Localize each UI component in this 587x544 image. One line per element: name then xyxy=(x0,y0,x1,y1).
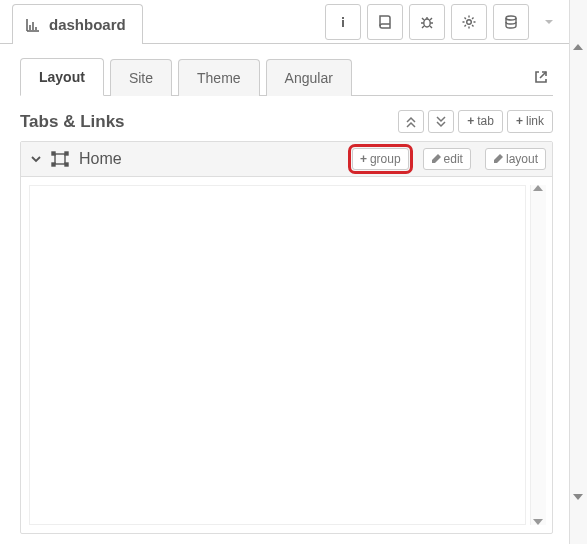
debug-button[interactable] xyxy=(409,4,445,40)
chevrons-up-icon xyxy=(406,116,416,128)
svg-rect-13 xyxy=(52,163,55,166)
tab-label: Site xyxy=(129,70,153,86)
open-external-button[interactable] xyxy=(529,59,553,95)
svg-point-8 xyxy=(467,19,472,24)
layout-label: layout xyxy=(506,152,538,166)
info-icon xyxy=(335,14,351,30)
add-tab-label: tab xyxy=(477,114,494,129)
chevrons-down-icon xyxy=(436,116,446,128)
data-button[interactable] xyxy=(493,4,529,40)
tab-site[interactable]: Site xyxy=(110,59,172,96)
section-title: Tabs & Links xyxy=(20,112,398,132)
home-panel: Home + group edit layout xyxy=(20,141,553,534)
bug-icon xyxy=(419,14,435,30)
cog-icon xyxy=(461,14,477,30)
add-link-button[interactable]: + link xyxy=(507,110,553,133)
tab-label: Angular xyxy=(285,70,333,86)
more-dropdown[interactable] xyxy=(535,4,563,40)
tab-label: Theme xyxy=(197,70,241,86)
svg-rect-5 xyxy=(342,17,344,19)
svg-point-9 xyxy=(506,16,516,20)
title-pill: dashboard xyxy=(12,4,143,44)
top-toolbar xyxy=(325,0,569,43)
home-name: Home xyxy=(79,150,122,168)
database-icon xyxy=(503,14,519,30)
panel-scrollbar[interactable] xyxy=(530,185,546,525)
external-link-icon xyxy=(533,69,549,85)
tab-angular[interactable]: Angular xyxy=(266,59,352,96)
edit-label: edit xyxy=(444,152,463,166)
top-bar: dashboard xyxy=(0,0,569,44)
edit-button[interactable]: edit xyxy=(423,148,471,170)
page-title: dashboard xyxy=(49,16,126,33)
tab-label: Layout xyxy=(39,69,85,85)
window-scrollbar[interactable] xyxy=(569,0,587,544)
tab-layout[interactable]: Layout xyxy=(20,58,104,96)
chevron-down-icon xyxy=(31,154,41,164)
info-button[interactable] xyxy=(325,4,361,40)
settings-button[interactable] xyxy=(451,4,487,40)
book-icon xyxy=(377,14,393,30)
svg-rect-10 xyxy=(55,154,65,164)
svg-point-7 xyxy=(424,19,430,27)
caret-down-icon xyxy=(543,16,555,28)
pencil-icon xyxy=(431,154,441,164)
svg-rect-11 xyxy=(52,152,55,155)
collapse-home-button[interactable] xyxy=(31,154,41,164)
add-group-button[interactable]: + group xyxy=(352,148,409,170)
svg-rect-14 xyxy=(65,163,68,166)
svg-rect-12 xyxy=(65,152,68,155)
add-tab-button[interactable]: + tab xyxy=(458,110,503,133)
home-header: Home + group edit layout xyxy=(21,142,552,177)
section-header: Tabs & Links + tab + link xyxy=(20,110,553,133)
plus-icon: + xyxy=(516,114,523,129)
docs-button[interactable] xyxy=(367,4,403,40)
collapse-all-button[interactable] xyxy=(398,110,424,133)
home-canvas[interactable] xyxy=(29,185,526,525)
plus-icon: + xyxy=(467,114,474,129)
add-group-label: group xyxy=(370,152,401,166)
group-frame-icon xyxy=(51,151,69,167)
add-link-label: link xyxy=(526,114,544,129)
svg-rect-6 xyxy=(342,20,344,27)
pencil-icon xyxy=(493,154,503,164)
tabs-row: Layout Site Theme Angular xyxy=(20,58,553,96)
plus-icon: + xyxy=(360,152,367,166)
expand-all-button[interactable] xyxy=(428,110,454,133)
bar-chart-icon xyxy=(25,17,41,33)
tab-theme[interactable]: Theme xyxy=(178,59,260,96)
layout-button[interactable]: layout xyxy=(485,148,546,170)
